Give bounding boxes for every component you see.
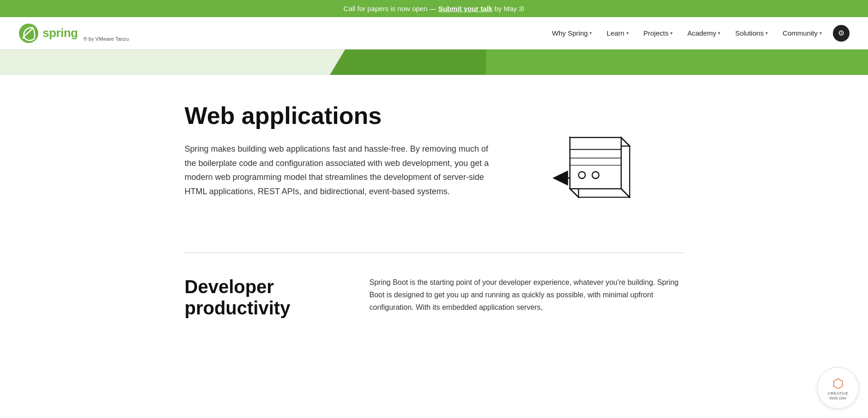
nav-link-projects[interactable]: Projects ▾ [637, 25, 679, 42]
main-content: Web applications Spring makes building w… [157, 75, 711, 337]
chevron-down-icon: ▾ [670, 31, 673, 36]
chevron-down-icon: ▾ [589, 31, 592, 36]
svg-marker-12 [552, 171, 567, 185]
gear-icon: ⚙ [838, 29, 844, 37]
bottom-right-text: Spring Boot is the starting point of you… [370, 276, 684, 319]
chevron-down-icon: ▾ [718, 31, 720, 36]
nav-item-projects[interactable]: Projects ▾ [637, 25, 679, 42]
nav-link-community[interactable]: Community ▾ [776, 25, 828, 42]
spring-boot-description: Spring Boot is the starting point of you… [370, 276, 684, 314]
svg-rect-6 [570, 137, 621, 189]
spring-wordmark: spring [42, 26, 78, 40]
hero-section: Web applications Spring makes building w… [185, 103, 684, 253]
nav-link-academy[interactable]: Academy ▾ [681, 25, 727, 42]
nav-link-why-spring[interactable]: Why Spring ▾ [546, 25, 599, 42]
developer-productivity-heading: Developer productivity [185, 276, 342, 319]
page-title: Web applications [185, 103, 499, 129]
hero-decorative-bands [0, 49, 868, 75]
announcement-banner: Call for papers is now open — Submit you… [0, 0, 868, 17]
band-light-green [486, 49, 868, 75]
settings-button[interactable]: ⚙ [833, 25, 850, 42]
svg-point-1 [23, 36, 25, 38]
nav-item-academy[interactable]: Academy ▾ [681, 25, 727, 42]
nav-menu: Why Spring ▾ Learn ▾ Projects ▾ Academy … [546, 25, 828, 42]
submit-talk-link[interactable]: Submit your talk [438, 5, 493, 12]
hero-text-block: Web applications Spring makes building w… [185, 103, 499, 199]
nav-item-why-spring[interactable]: Why Spring ▾ [546, 25, 599, 42]
nav-link-learn[interactable]: Learn ▾ [600, 25, 635, 42]
hero-description: Spring makes building web applications f… [185, 142, 499, 198]
web-illustration-svg [536, 112, 647, 223]
web-app-illustration [536, 112, 647, 225]
bottom-left-heading: Developer productivity [185, 276, 342, 319]
nav-item-solutions[interactable]: Solutions ▾ [728, 25, 774, 42]
nav-item-learn[interactable]: Learn ▾ [600, 25, 635, 42]
banner-text-after: by May 3! [492, 5, 524, 12]
spring-logo[interactable]: spring ® by VMware Tanzu [18, 23, 129, 43]
chevron-down-icon: ▾ [626, 31, 629, 36]
nav-item-community[interactable]: Community ▾ [776, 25, 828, 42]
banner-text: Call for papers is now open — [344, 5, 438, 12]
nav-link-solutions[interactable]: Solutions ▾ [728, 25, 774, 42]
chevron-down-icon: ▾ [819, 31, 822, 36]
chevron-down-icon: ▾ [765, 31, 768, 36]
hero-illustration [527, 103, 656, 225]
bottom-section: Developer productivity Spring Boot is th… [185, 253, 684, 319]
spring-by-text: ® by VMware Tanzu [83, 36, 128, 43]
main-navbar: spring ® by VMware Tanzu Why Spring ▾ Le… [0, 17, 868, 49]
spring-logo-icon [18, 23, 39, 43]
